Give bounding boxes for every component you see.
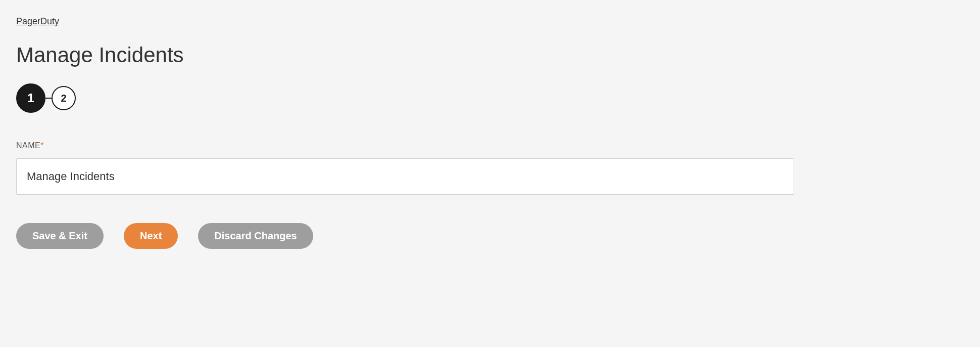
step-1[interactable]: 1 xyxy=(16,83,45,113)
name-input[interactable] xyxy=(16,158,794,195)
breadcrumb: PagerDuty xyxy=(16,16,794,27)
button-row: Save & Exit Next Discard Changes xyxy=(16,223,794,249)
next-button[interactable]: Next xyxy=(124,223,178,249)
name-label-text: NAME xyxy=(16,141,40,150)
page-title: Manage Incidents xyxy=(16,43,794,67)
step-connector xyxy=(45,98,52,99)
step-2[interactable]: 2 xyxy=(52,86,76,110)
required-asterisk: * xyxy=(40,141,44,150)
name-label: NAME* xyxy=(16,141,794,150)
discard-changes-button[interactable]: Discard Changes xyxy=(198,223,313,249)
stepper: 1 2 xyxy=(16,83,794,113)
save-exit-button[interactable]: Save & Exit xyxy=(16,223,104,249)
name-field-group: NAME* xyxy=(16,141,794,195)
breadcrumb-parent-link[interactable]: PagerDuty xyxy=(16,16,59,26)
